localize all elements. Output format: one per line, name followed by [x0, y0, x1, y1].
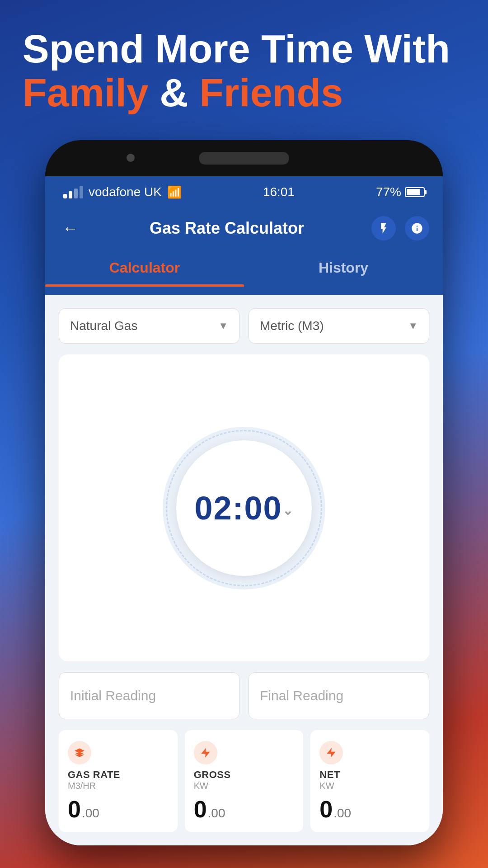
battery-container: 77% — [376, 185, 425, 199]
unit-dropdown[interactable]: Metric (M3) ▼ — [249, 308, 429, 344]
gas-type-arrow: ▼ — [218, 320, 228, 332]
bolt-icon-net — [325, 747, 337, 759]
carrier-name: vodafone UK — [89, 185, 162, 199]
gross-value: 0 .00 — [194, 796, 295, 823]
flashlight-button[interactable] — [371, 216, 396, 241]
phone-notch — [45, 140, 443, 176]
results-row: GAS RATE M3/HR 0 .00 — [59, 730, 429, 832]
phone-screen: vodafone UK 📶 16:01 77% ← Gas Rate Calcu… — [45, 176, 443, 845]
signal-bars — [63, 186, 83, 198]
info-icon — [411, 222, 423, 235]
timer-container[interactable]: 02:00⌄ — [59, 354, 429, 661]
dropdowns-row: Natural Gas ▼ Metric (M3) ▼ — [59, 308, 429, 344]
timer-outer: 02:00⌄ — [163, 427, 325, 590]
final-reading-input[interactable]: Final Reading — [249, 672, 429, 719]
back-button[interactable]: ← — [59, 215, 82, 241]
battery-percent: 77% — [376, 185, 401, 199]
gross-card: GROSS KW 0 .00 — [185, 730, 304, 832]
signal-bar-3 — [74, 189, 78, 198]
headline-family: Family — [23, 70, 149, 115]
readings-row: Initial Reading Final Reading — [59, 672, 429, 719]
gas-rate-label: GAS RATE M3/HR — [68, 769, 169, 791]
gas-type-value: Natural Gas — [70, 319, 137, 333]
tab-calculator[interactable]: Calculator — [45, 249, 244, 295]
unit-arrow: ▼ — [408, 320, 418, 332]
app-content: Natural Gas ▼ Metric (M3) ▼ 02:00⌄ — [45, 295, 443, 845]
status-left: vodafone UK 📶 — [63, 185, 182, 199]
tab-history-spacer — [244, 284, 443, 295]
background-headline: Spend More Time With Family & Friends — [23, 27, 465, 115]
timer-caret: ⌄ — [282, 504, 294, 518]
initial-reading-input[interactable]: Initial Reading — [59, 672, 239, 719]
signal-bar-2 — [69, 191, 72, 198]
headline-line1: Spend More Time With — [23, 27, 465, 71]
signal-bar-1 — [63, 194, 67, 198]
gas-rate-card: GAS RATE M3/HR 0 .00 — [59, 730, 178, 832]
tab-calculator-underline — [45, 284, 244, 287]
camera-dot — [127, 154, 135, 162]
net-value: 0 .00 — [319, 796, 420, 823]
status-bar: vodafone UK 📶 16:01 77% — [45, 176, 443, 208]
info-button[interactable] — [405, 216, 429, 241]
wifi-icon: 📶 — [167, 185, 182, 199]
flashlight-icon — [377, 222, 390, 235]
headline-line2: Family & Friends — [23, 71, 465, 115]
net-label: NET KW — [319, 769, 420, 791]
phone-frame: vodafone UK 📶 16:01 77% ← Gas Rate Calcu… — [45, 140, 443, 845]
headline-friends: Friends — [199, 70, 343, 115]
gas-rate-icon-container — [68, 741, 91, 764]
battery-icon — [405, 187, 425, 197]
gas-type-dropdown[interactable]: Natural Gas ▼ — [59, 308, 239, 344]
signal-bar-4 — [80, 186, 83, 198]
bolt-icon-gross — [200, 747, 211, 759]
notch-bar — [199, 152, 289, 165]
gross-label: GROSS KW — [194, 769, 295, 791]
net-card: NET KW 0 .00 — [310, 730, 429, 832]
header-icons — [371, 216, 429, 241]
timer-middle: 02:00⌄ — [176, 440, 312, 576]
headline-connector: & — [149, 70, 199, 115]
battery-fill — [407, 189, 420, 195]
gross-icon-container — [194, 741, 217, 764]
cube-icon — [74, 747, 85, 759]
timer-display: 02:00⌄ — [194, 490, 293, 527]
net-icon-container — [319, 741, 343, 764]
unit-value: Metric (M3) — [260, 319, 324, 333]
gas-rate-value: 0 .00 — [68, 796, 169, 823]
app-header: ← Gas Rate Calculator — [45, 208, 443, 249]
tabs-bar: Calculator History — [45, 249, 443, 295]
status-time: 16:01 — [263, 185, 295, 199]
app-title: Gas Rate Calculator — [91, 219, 362, 238]
tab-history[interactable]: History — [244, 249, 443, 295]
